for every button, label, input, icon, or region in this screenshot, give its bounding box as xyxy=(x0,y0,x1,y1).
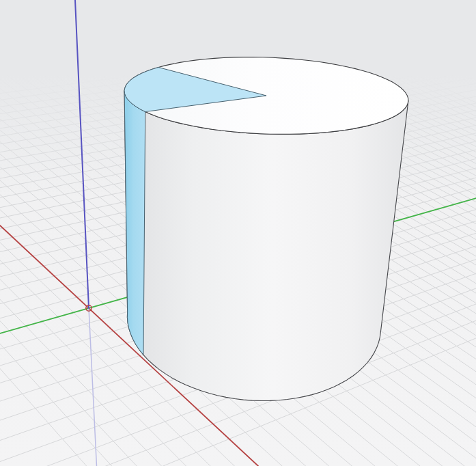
cylinder-side-face[interactable] xyxy=(124,91,408,401)
viewport-3d[interactable] xyxy=(0,0,476,466)
cylinder-solid[interactable] xyxy=(124,57,408,401)
selected-side-strip-face[interactable] xyxy=(124,91,145,355)
